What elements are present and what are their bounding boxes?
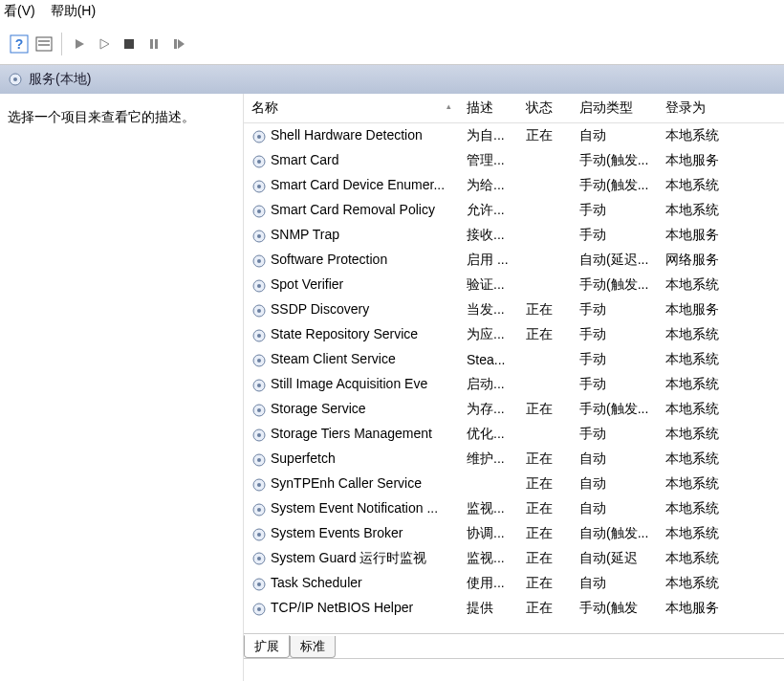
service-logon: 本地服务 (658, 596, 784, 621)
table-row[interactable]: Still Image Acquisition Eve启动...手动本地系统 (244, 372, 784, 397)
svg-point-15 (257, 135, 261, 139)
service-status (518, 422, 572, 447)
status-bar (244, 658, 784, 681)
gear-icon (251, 551, 267, 566)
menu-view[interactable]: 看(V) (4, 3, 35, 20)
table-row[interactable]: Storage Tiers Management优化...手动本地系统 (244, 422, 784, 447)
service-startup: 手动 (572, 422, 658, 447)
tab-standard[interactable]: 标准 (290, 636, 336, 658)
service-name: Steam Client Service (271, 351, 396, 366)
table-row[interactable]: State Repository Service为应...正在手动本地系统 (244, 322, 784, 347)
service-status (518, 223, 572, 248)
service-name: Smart Card Device Enumer... (271, 177, 445, 192)
step-service-button[interactable] (167, 33, 190, 55)
service-startup: 手动 (572, 198, 658, 223)
svg-rect-8 (150, 39, 153, 49)
table-row[interactable]: Smart Card Device Enumer...为给...手动(触发...… (244, 173, 784, 198)
svg-point-35 (257, 384, 261, 387)
gear-icon (251, 179, 267, 194)
export-icon (34, 34, 54, 54)
col-name[interactable]: 名称 (244, 94, 459, 123)
pause-service-button[interactable] (142, 33, 165, 55)
table-row[interactable]: Steam Client ServiceStea...手动本地系统 (244, 347, 784, 372)
svg-point-39 (257, 433, 261, 437)
table-row[interactable]: SSDP Discovery当发...正在手动本地服务 (244, 297, 784, 322)
menu-bar: 看(V) 帮助(H) (0, 0, 784, 23)
service-name: SynTPEnh Caller Service (271, 475, 422, 491)
table-row[interactable]: Task Scheduler使用...正在自动本地系统 (244, 571, 784, 596)
col-status[interactable]: 状态 (518, 94, 572, 123)
gear-icon (251, 328, 267, 343)
table-row[interactable]: Smart Card管理...手动(触发...本地服务 (244, 148, 784, 173)
service-name: Smart Card Removal Policy (271, 202, 435, 217)
service-name: State Repository Service (271, 326, 418, 341)
gear-icon (251, 129, 267, 144)
service-startup: 手动(触发... (572, 273, 658, 297)
service-logon: 本地系统 (658, 472, 784, 496)
col-logon[interactable]: 登录为 (658, 94, 784, 123)
svg-point-19 (257, 185, 261, 188)
table-row[interactable]: Storage Service为存...正在手动(触发...本地系统 (244, 397, 784, 422)
service-logon: 本地系统 (658, 273, 784, 297)
service-logon: 本地服务 (658, 223, 784, 248)
service-logon: 本地系统 (658, 422, 784, 447)
service-startup: 手动(触发... (572, 397, 658, 422)
svg-point-33 (257, 359, 261, 362)
service-name: Storage Tiers Management (271, 426, 432, 441)
service-startup: 手动 (572, 347, 658, 372)
restart-service-button[interactable] (93, 33, 116, 55)
col-desc[interactable]: 描述 (459, 94, 518, 123)
table-row[interactable]: Shell Hardware Detection为自...正在自动本地系统 (244, 123, 784, 149)
table-row[interactable]: Software Protection启用 ...自动(延迟...网络服务 (244, 248, 784, 273)
table-row[interactable]: System Events Broker协调...正在自动(触发...本地系统 (244, 521, 784, 546)
svg-rect-10 (174, 39, 177, 49)
svg-rect-4 (38, 44, 50, 46)
table-row[interactable]: Superfetch维护...正在自动本地系统 (244, 447, 784, 472)
table-row[interactable]: TCP/IP NetBIOS Helper提供正在手动(触发本地服务 (244, 596, 784, 621)
service-name: Storage Service (271, 401, 366, 416)
service-desc: 监视... (459, 496, 518, 521)
svg-point-29 (257, 309, 261, 313)
help-icon: ? (10, 34, 29, 54)
service-startup: 手动(触发... (572, 173, 658, 198)
service-status: 正在 (518, 123, 572, 149)
service-logon: 本地系统 (658, 447, 784, 472)
table-row[interactable]: SynTPEnh Caller Service正在自动本地系统 (244, 472, 784, 496)
tab-extended[interactable]: 扩展 (244, 635, 290, 658)
svg-marker-11 (178, 39, 185, 49)
gear-icon (251, 452, 267, 468)
export-list-button[interactable] (33, 33, 55, 55)
stop-service-button[interactable] (118, 33, 141, 55)
service-status (518, 198, 572, 223)
table-row[interactable]: SNMP Trap接收...手动本地服务 (244, 223, 784, 248)
service-desc: 维护... (459, 447, 518, 472)
service-logon: 本地系统 (658, 571, 784, 596)
table-row[interactable]: System Guard 运行时监视监视...正在自动(延迟本地系统 (244, 546, 784, 571)
service-status: 正在 (518, 322, 572, 347)
service-desc (459, 472, 518, 496)
svg-text:?: ? (15, 36, 24, 52)
play-icon (73, 37, 86, 51)
svg-point-49 (257, 557, 261, 560)
gear-icon (251, 229, 267, 244)
service-logon: 本地系统 (658, 496, 784, 521)
table-row[interactable]: System Event Notification ...监视...正在自动本地… (244, 496, 784, 521)
menu-help[interactable]: 帮助(H) (51, 3, 96, 20)
svg-point-23 (257, 234, 261, 238)
service-name: Superfetch (271, 450, 336, 466)
svg-point-31 (257, 334, 261, 338)
service-logon: 本地系统 (658, 372, 784, 397)
start-service-button[interactable] (68, 33, 91, 55)
svg-point-25 (257, 259, 261, 263)
service-startup: 手动 (572, 372, 658, 397)
service-name: TCP/IP NetBIOS Helper (271, 600, 413, 615)
table-row[interactable]: Smart Card Removal Policy允许...手动本地系统 (244, 198, 784, 223)
svg-point-13 (13, 77, 17, 81)
svg-point-41 (257, 458, 261, 462)
svg-point-21 (257, 209, 261, 213)
table-row[interactable]: Spot Verifier验证...手动(触发...本地系统 (244, 273, 784, 297)
help-button[interactable]: ? (8, 33, 31, 55)
gear-icon (251, 403, 267, 418)
col-startup[interactable]: 启动类型 (572, 94, 658, 123)
gear-icon (251, 502, 267, 517)
